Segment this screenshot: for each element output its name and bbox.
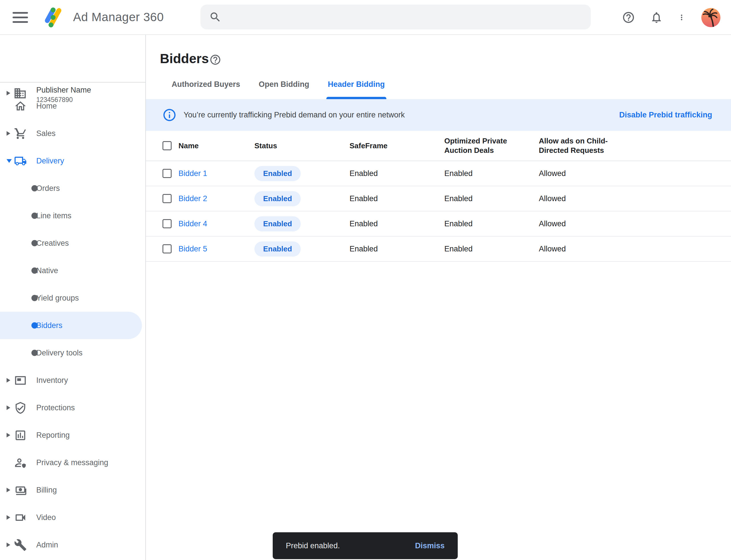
more-vert-icon[interactable] [677, 11, 686, 24]
sidebar-item-label: Billing [36, 486, 57, 495]
bar-chart-icon [14, 429, 27, 442]
sidebar-item-label: Yield groups [36, 294, 79, 303]
sidebar-item-label: Privacy & messaging [36, 458, 108, 467]
expand-caret-icon[interactable] [7, 131, 10, 136]
child-directed-value: Allowed [539, 194, 731, 203]
dismiss-button[interactable]: Dismiss [415, 541, 444, 550]
status-badge: Enabled [255, 241, 301, 257]
column-header-allow-ads-child-directed: Allow ads on Child-Directed Requests [539, 136, 610, 155]
bullet-icon [14, 264, 27, 277]
tab-label: Open Bidding [259, 80, 309, 89]
banner-message: You’re currently trafficking Prebid dema… [184, 111, 619, 119]
bullet-icon [14, 237, 27, 250]
wrench-icon [14, 539, 27, 551]
expand-caret-icon[interactable] [7, 488, 10, 492]
safeframe-value: Enabled [350, 169, 444, 178]
child-directed-value: Allowed [539, 169, 731, 178]
sidebar-item-video[interactable]: Video [0, 504, 142, 531]
sidebar-item-billing[interactable]: Billing [0, 476, 142, 504]
account-avatar[interactable] [701, 8, 720, 27]
sidebar-item-protections[interactable]: Protections [0, 394, 142, 421]
expand-caret-icon[interactable] [7, 378, 10, 383]
sidebar-item-orders[interactable]: Orders [0, 175, 142, 202]
disable-prebid-trafficking-link[interactable]: Disable Prebid trafficking [619, 111, 712, 119]
notifications-icon[interactable] [650, 11, 663, 24]
search-input[interactable] [227, 12, 591, 22]
sidebar-item-label: Inventory [36, 376, 68, 385]
sidebar-item-yield-groups[interactable]: Yield groups [0, 284, 142, 312]
bidders-table: Name Status SafeFrame Optimized Private … [146, 131, 731, 262]
hamburger-menu-icon[interactable] [13, 12, 28, 23]
bullet-icon [14, 347, 27, 359]
tab-bar: Authorized BuyersOpen BiddingHeader Bidd… [146, 80, 731, 99]
ad-unit-icon [14, 374, 27, 387]
column-header-status: Status [255, 141, 326, 151]
bidder-name-link[interactable]: Bidder 2 [179, 194, 207, 203]
sidebar-item-label: Native [36, 266, 58, 275]
main-content: Bidders Authorized BuyersOpen BiddingHea… [146, 35, 731, 560]
sidebar-item-delivery[interactable]: Delivery [0, 147, 142, 175]
expand-caret-icon[interactable] [7, 159, 12, 163]
tab-authorized-buyers[interactable]: Authorized Buyers [172, 80, 240, 99]
row-checkbox[interactable] [163, 169, 172, 178]
tab-open-bidding[interactable]: Open Bidding [259, 80, 309, 99]
help-icon[interactable] [622, 11, 635, 24]
sidebar-nav: Publisher Name 1234567890 Home Sales Del… [0, 35, 146, 560]
bullet-icon [14, 292, 27, 305]
info-icon [162, 108, 177, 122]
sidebar-item-creatives[interactable]: Creatives [0, 229, 142, 257]
bidder-name-link[interactable]: Bidder 4 [179, 219, 207, 228]
expand-caret-icon[interactable] [7, 405, 10, 410]
expand-caret-icon[interactable] [7, 515, 10, 520]
sidebar-item-reporting[interactable]: Reporting [0, 421, 142, 449]
page-title: Bidders [160, 51, 209, 66]
optimized-private-auction-deals-value: Enabled [444, 245, 539, 253]
status-badge: Enabled [255, 191, 301, 206]
bidder-name-link[interactable]: Bidder 5 [179, 245, 207, 253]
info-banner: You’re currently trafficking Prebid dema… [146, 99, 731, 131]
sidebar-item-home[interactable]: Home [0, 92, 142, 120]
toast-message: Prebid enabled. [286, 541, 415, 550]
select-all-checkbox[interactable] [163, 141, 172, 150]
ad-manager-app: Ad Manager 360 [0, 0, 731, 560]
bidder-name-link[interactable]: Bidder 1 [179, 169, 207, 178]
search-bar[interactable] [201, 5, 591, 29]
expand-caret-icon[interactable] [7, 543, 10, 547]
sidebar-item-inventory[interactable]: Inventory [0, 367, 142, 394]
row-checkbox[interactable] [163, 244, 172, 253]
row-checkbox[interactable] [163, 194, 172, 203]
publisher-switcher[interactable]: Publisher Name 1234567890 [0, 35, 145, 82]
sidebar-item-sales[interactable]: Sales [0, 120, 142, 147]
table-row: Bidder 2 Enabled Enabled Enabled Allowed [146, 186, 731, 211]
sidebar-item-line-items[interactable]: Line items [0, 202, 142, 229]
snackbar-toast: Prebid enabled. Dismiss [273, 532, 458, 559]
sidebar-item-native[interactable]: Native [0, 257, 142, 284]
column-header-optimized-private-auction-deals: Optimized Private Auction Deals [444, 136, 516, 155]
sidebar-item-label: Orders [36, 184, 60, 193]
safeframe-value: Enabled [350, 194, 444, 203]
sidebar-item-label: Sales [36, 129, 56, 138]
sidebar-item-label: Protections [36, 403, 75, 412]
column-header-safeframe: SafeFrame [350, 141, 421, 151]
row-checkbox[interactable] [163, 219, 172, 228]
sidebar-item-label: Line items [36, 211, 71, 220]
tab-header-bidding[interactable]: Header Bidding [328, 80, 385, 99]
sidebar-item-delivery-tools[interactable]: Delivery tools [0, 339, 142, 367]
table-row: Bidder 4 Enabled Enabled Enabled Allowed [146, 211, 731, 237]
ad-manager-logo-icon [42, 6, 64, 29]
table-header-row: Name Status SafeFrame Optimized Private … [146, 131, 731, 161]
truck-icon [14, 155, 27, 167]
page-help-icon[interactable] [209, 54, 221, 66]
expand-caret-icon[interactable] [7, 433, 10, 437]
sidebar-item-label: Admin [36, 541, 58, 549]
shield-check-icon [14, 401, 27, 414]
sidebar-item-label: Creatives [36, 239, 69, 248]
sidebar-item-privacy-and-messaging[interactable]: Privacy & messaging [0, 449, 142, 476]
sidebar-item-bidders[interactable]: Bidders [0, 312, 142, 339]
status-badge: Enabled [255, 216, 301, 231]
bullet-icon [14, 182, 27, 195]
sidebar-item-admin[interactable]: Admin [0, 531, 142, 559]
active-tab-indicator [327, 97, 386, 99]
videocam-icon [14, 511, 27, 524]
optimized-private-auction-deals-value: Enabled [444, 194, 539, 203]
